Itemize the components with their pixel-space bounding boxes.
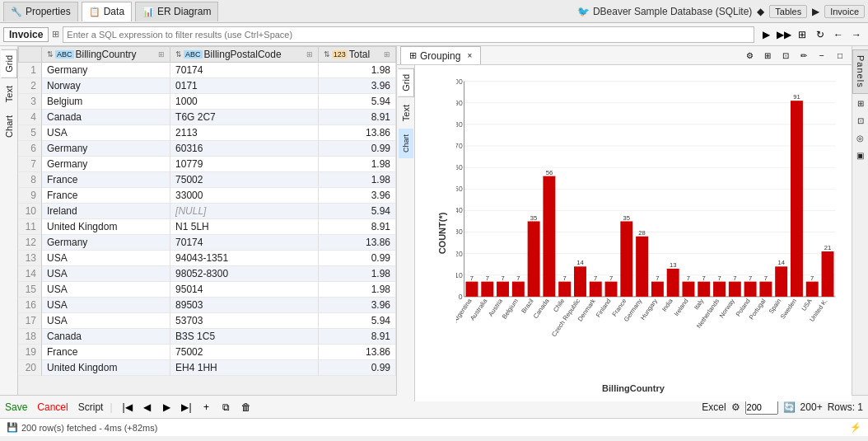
chart-side-text[interactable]: Text (398, 99, 414, 127)
forward-btn[interactable]: → (848, 26, 865, 43)
filter-col-icon2[interactable]: ⊞ (306, 50, 313, 59)
table-row[interactable]: 2Norway01713.96 (19, 78, 396, 94)
table-row[interactable]: 9France330003.96 (19, 188, 396, 204)
status-text: 200 row(s) fetched - 4ms (+82ms) (21, 423, 157, 433)
filter-btn[interactable]: ⊞ (794, 26, 810, 43)
run-all-btn[interactable]: ▶▶ (776, 26, 792, 43)
table-row[interactable]: 14USA98052-83001.98 (19, 266, 396, 282)
script-btn[interactable]: Script (78, 401, 104, 413)
side-tab-chart[interactable]: Chart (1, 110, 17, 143)
table-row[interactable]: 8France750021.98 (19, 172, 396, 188)
billing-postal-cell: T6G 2C7 (170, 110, 319, 125)
svg-rect-72 (713, 282, 726, 297)
billing-country-header[interactable]: ⇅ ABC BillingCountry ⊞ (42, 47, 170, 63)
table-row[interactable]: 18CanadaB3S 1C58.91 (19, 329, 396, 345)
refresh-btn[interactable]: ↻ (812, 26, 828, 43)
panel-btn6[interactable]: □ (832, 47, 848, 63)
sidebar-icon3[interactable]: ◎ (853, 131, 868, 146)
panel-settings-btn[interactable]: ⚙ (741, 47, 758, 63)
panel-btn2[interactable]: ⊞ (759, 47, 776, 63)
billing-postal-cell: 75002 (170, 345, 319, 360)
tab-properties[interactable]: 🔧 Properties (3, 2, 78, 21)
close-tab-btn[interactable]: × (467, 51, 472, 60)
row-number: 8 (19, 172, 42, 188)
filter-col-icon[interactable]: ⊞ (158, 50, 165, 59)
del-row-btn[interactable]: 🗑 (238, 399, 254, 415)
table-row[interactable]: 3Belgium10005.94 (19, 94, 396, 110)
panel-btn4[interactable]: ✏ (796, 47, 812, 63)
svg-text:India: India (660, 297, 674, 312)
excel-btn[interactable]: Excel (702, 401, 726, 413)
cancel-btn[interactable]: Cancel (37, 401, 68, 413)
tables-btn[interactable]: Tables (769, 5, 807, 18)
panel-btn3[interactable]: ⊡ (777, 47, 794, 63)
first-row-btn[interactable]: |◀ (119, 399, 136, 415)
svg-text:Belgium: Belgium (501, 298, 520, 321)
table-row[interactable]: 7Germany107791.98 (19, 157, 396, 172)
table-row[interactable]: 16USA895033.96 (19, 298, 396, 313)
billing-postal-cell: [NULL] (170, 204, 319, 219)
right-sidebar: Panels ⊞ ⊡ ◎ ▣ (852, 46, 868, 395)
total-header[interactable]: ⇅ 123 Total ⊞ (318, 47, 395, 63)
table-row[interactable]: 13USA94043-13510.99 (19, 251, 396, 266)
grouping-tab[interactable]: ⊞ Grouping × (400, 46, 481, 64)
prev-row-btn[interactable]: ◀ (139, 399, 156, 415)
panels-label[interactable]: Panels (852, 49, 869, 94)
chart-side-grid[interactable]: Grid (398, 68, 414, 97)
side-tab-text[interactable]: Text (1, 80, 17, 108)
sort-icon: ⇅ (47, 50, 54, 59)
total-cell: 0.99 (318, 360, 395, 376)
billing-postal-header[interactable]: ⇅ ABC BillingPostalCode ⊞ (170, 47, 319, 63)
table-row[interactable]: 10Ireland[NULL]5.94 (19, 204, 396, 219)
table-row[interactable]: 11United KingdomN1 5LH8.91 (19, 219, 396, 235)
side-tab-grid[interactable]: Grid (1, 49, 17, 78)
table-row[interactable]: 17USA537035.94 (19, 313, 396, 329)
sidebar-icon4[interactable]: ▣ (853, 148, 868, 163)
svg-text:Finland: Finland (595, 298, 613, 319)
run-btn[interactable]: ▶ (758, 26, 774, 43)
svg-text:28: 28 (638, 229, 646, 237)
table-row[interactable]: 19France7500213.86 (19, 345, 396, 360)
tab-data[interactable]: 📋 Data (82, 2, 132, 21)
svg-text:7: 7 (687, 274, 690, 282)
add-row-btn[interactable]: + (198, 399, 215, 415)
billing-postal-cell: 53703 (170, 313, 319, 329)
last-row-btn[interactable]: ▶| (179, 399, 195, 415)
billing-postal-cell: EH4 1HH (170, 360, 319, 376)
grouping-icon: ⊞ (409, 50, 417, 61)
invoice-top-btn[interactable]: Invoice (824, 5, 865, 18)
table-row[interactable]: 20United KingdomEH4 1HH0.99 (19, 360, 396, 376)
tab-er-diagram[interactable]: 📊 ER Diagram (135, 2, 218, 21)
table-row[interactable]: 1Germany701741.98 (19, 63, 396, 78)
svg-text:7: 7 (810, 274, 814, 282)
main-content: Grid Text Chart ⇅ ABC BillingCountry ⊞ (0, 46, 868, 395)
filter-col-icon3[interactable]: ⊞ (384, 50, 390, 59)
panel-btn5[interactable]: − (814, 47, 830, 63)
chart-side-chart[interactable]: Chart (399, 129, 413, 158)
save-btn[interactable]: Save (5, 401, 27, 413)
toolbar-buttons: ▶ ▶▶ ⊞ ↻ ← → (758, 26, 865, 43)
sidebar-icon1[interactable]: ⊞ (853, 96, 868, 111)
sidebar-icon2[interactable]: ⊡ (853, 114, 868, 129)
back-btn[interactable]: ← (830, 26, 847, 43)
table-row[interactable]: 5USA211313.86 (19, 125, 396, 141)
filter-input[interactable] (63, 26, 754, 43)
left-side-tabs: Grid Text Chart (0, 46, 18, 395)
table-row[interactable]: 12Germany7017413.86 (19, 235, 396, 251)
next-row-btn[interactable]: ▶ (159, 399, 175, 415)
separator: ◆ (757, 6, 764, 17)
data-table[interactable]: ⇅ ABC BillingCountry ⊞ ⇅ ABC BillingPost… (18, 46, 396, 395)
table-row[interactable]: 4CanadaT6G 2C78.91 (19, 110, 396, 125)
svg-rect-54 (620, 221, 632, 296)
top-tabs-bar: 🔧 Properties 📋 Data 📊 ER Diagram 🐦 DBeav… (0, 0, 868, 23)
sort-icon3: ⇅ (324, 50, 330, 59)
billing-postal-cell: B3S 1C5 (170, 329, 319, 345)
row-number: 11 (19, 219, 42, 235)
table-row[interactable]: 6Germany603160.99 (19, 141, 396, 157)
svg-rect-69 (698, 282, 710, 297)
row-number: 3 (19, 94, 42, 110)
copy-row-btn[interactable]: ⧉ (218, 399, 235, 415)
billing-postal-cell: 75002 (170, 172, 319, 188)
table-row[interactable]: 15USA950141.98 (19, 282, 396, 298)
total-cell: 13.86 (318, 345, 395, 360)
